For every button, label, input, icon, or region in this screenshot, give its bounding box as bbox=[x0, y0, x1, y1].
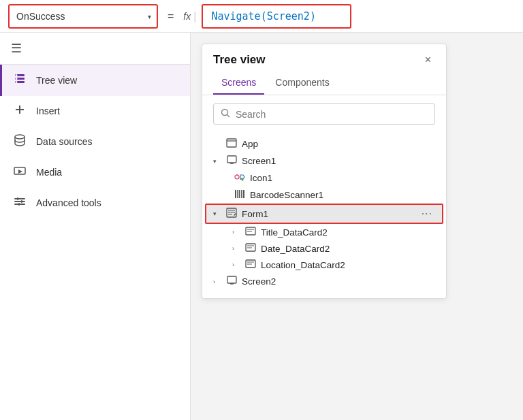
fx-icon: fx bbox=[183, 11, 191, 22]
search-icon bbox=[221, 108, 230, 120]
svg-point-17 bbox=[222, 110, 228, 116]
svg-rect-45 bbox=[227, 276, 236, 283]
svg-rect-31 bbox=[243, 190, 245, 198]
title-datacard-label: Title_DataCard2 bbox=[261, 227, 435, 238]
tree-item-app[interactable]: App bbox=[202, 135, 446, 152]
tree-panel-area: Tree view × Screens Components bbox=[191, 33, 523, 420]
title-datacard-icon bbox=[244, 227, 257, 238]
main-layout: ☰ Tree view Insert bbox=[0, 33, 523, 420]
svg-rect-29 bbox=[239, 190, 240, 198]
sidebar-item-insert[interactable]: Insert bbox=[0, 96, 190, 126]
close-button[interactable]: × bbox=[421, 52, 435, 67]
svg-line-18 bbox=[227, 115, 230, 118]
tree-item-screen2[interactable]: › Screen2 bbox=[202, 273, 446, 290]
sidebar-label-media: Media bbox=[36, 167, 62, 178]
svg-rect-16 bbox=[18, 203, 20, 206]
svg-rect-30 bbox=[241, 190, 242, 198]
formula-bar-right[interactable]: Navigate(Screen2) bbox=[202, 4, 351, 29]
top-bar: OnSuccess ▾ = fx | Navigate(Screen2) bbox=[0, 0, 523, 33]
form1-icon bbox=[225, 208, 238, 220]
date-datacard-label: Date_DataCard2 bbox=[261, 244, 435, 254]
svg-point-26 bbox=[242, 179, 244, 181]
date-datacard-icon bbox=[244, 243, 257, 254]
screen1-icon bbox=[225, 155, 238, 167]
media-icon bbox=[13, 165, 27, 179]
sidebar-item-tree-view[interactable]: Tree view bbox=[0, 65, 190, 96]
svg-rect-19 bbox=[227, 139, 236, 147]
screen1-label: Screen1 bbox=[242, 156, 435, 166]
fx-divider: | bbox=[193, 10, 196, 22]
sidebar-label-tree-view: Tree view bbox=[36, 75, 77, 86]
sidebar-label-advanced-tools: Advanced tools bbox=[36, 197, 101, 208]
tree-item-title-datacard[interactable]: › Title_DataCard2 bbox=[202, 224, 446, 240]
formula-bar-left[interactable]: OnSuccess ▾ bbox=[8, 4, 158, 29]
tree-view-panel: Tree view × Screens Components bbox=[202, 44, 447, 299]
svg-point-3 bbox=[16, 74, 18, 76]
barcode1-label: BarcodeScanner1 bbox=[250, 190, 435, 200]
tree-item-date-datacard[interactable]: › Date_DataCard2 bbox=[202, 240, 446, 257]
tree-item-icon1[interactable]: Icon1 bbox=[202, 169, 446, 187]
dropdown-arrow-icon[interactable]: ▾ bbox=[148, 12, 151, 20]
panel-title: Tree view bbox=[213, 53, 266, 67]
svg-rect-15 bbox=[21, 200, 22, 203]
tree-item-location-datacard[interactable]: › Location_DataCard2 bbox=[202, 257, 446, 273]
sidebar-item-advanced-tools[interactable]: Advanced tools bbox=[0, 187, 190, 219]
sidebar-label-insert: Insert bbox=[36, 106, 60, 116]
location-datacard-label: Location_DataCard2 bbox=[261, 260, 435, 270]
sidebar-item-data-sources[interactable]: Data sources bbox=[0, 126, 190, 157]
sidebar-item-media[interactable]: Media bbox=[0, 157, 190, 187]
screen2-label: Screen2 bbox=[242, 276, 435, 287]
tree-item-barcode1[interactable]: BarcodeScanner1 bbox=[202, 187, 446, 204]
more-options-button[interactable]: ··· bbox=[419, 208, 435, 220]
svg-rect-11 bbox=[14, 198, 25, 199]
app-icon bbox=[225, 138, 238, 150]
database-icon bbox=[13, 134, 27, 149]
onsuccess-value: OnSuccess bbox=[16, 11, 150, 22]
icon1-label: Icon1 bbox=[250, 173, 435, 183]
layers-icon bbox=[13, 73, 27, 88]
sidebar: ☰ Tree view Insert bbox=[0, 33, 191, 420]
svg-rect-12 bbox=[14, 201, 25, 202]
equals-sign: = bbox=[163, 10, 178, 22]
svg-point-25 bbox=[236, 174, 238, 176]
svg-point-8 bbox=[15, 135, 25, 139]
tab-screens[interactable]: Screens bbox=[213, 73, 264, 95]
app-label: App bbox=[242, 139, 435, 149]
svg-rect-21 bbox=[227, 156, 236, 163]
tree-item-screen1[interactable]: ▾ Screen1 bbox=[202, 152, 446, 169]
svg-point-4 bbox=[16, 78, 18, 80]
screen2-icon bbox=[225, 276, 238, 287]
form1-label: Form1 bbox=[242, 209, 415, 219]
tree-content: App ▾ Screen1 bbox=[202, 133, 446, 298]
barcode-icon bbox=[234, 189, 246, 201]
plus-icon bbox=[13, 104, 27, 118]
sidebar-header: ☰ bbox=[0, 33, 190, 65]
svg-rect-28 bbox=[237, 190, 238, 198]
formula-value: Navigate(Screen2) bbox=[211, 10, 316, 22]
svg-point-5 bbox=[16, 81, 18, 83]
svg-marker-10 bbox=[18, 169, 22, 174]
tools-icon bbox=[13, 195, 27, 210]
svg-rect-27 bbox=[235, 190, 236, 198]
tab-components[interactable]: Components bbox=[267, 73, 337, 95]
svg-rect-14 bbox=[17, 197, 18, 200]
location-datacard-icon bbox=[244, 259, 257, 270]
fx-container: fx | bbox=[183, 10, 196, 22]
panel-header: Tree view × bbox=[202, 44, 446, 67]
search-box[interactable] bbox=[213, 103, 435, 125]
hamburger-icon[interactable]: ☰ bbox=[11, 42, 22, 55]
icon1-icon bbox=[234, 172, 246, 184]
panel-tabs: Screens Components bbox=[202, 67, 446, 95]
tree-item-form1[interactable]: ▾ Form1 ··· bbox=[205, 204, 443, 224]
sidebar-label-data-sources: Data sources bbox=[36, 136, 92, 147]
search-input[interactable] bbox=[236, 109, 428, 120]
